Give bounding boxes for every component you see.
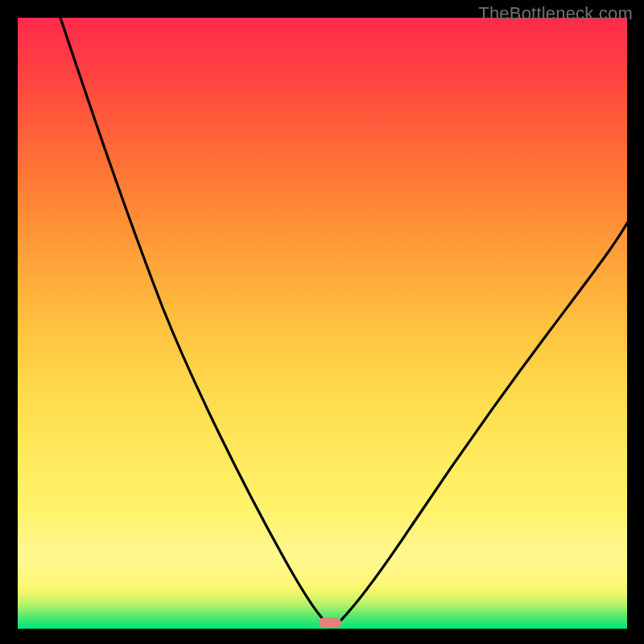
chart-frame: TheBottleneck.com [0, 0, 644, 644]
bottleneck-curve [18, 18, 627, 629]
optimal-marker [319, 617, 341, 628]
curve-left [60, 18, 325, 621]
watermark-label: TheBottleneck.com [478, 3, 633, 24]
curve-right [340, 223, 627, 621]
plot-area [18, 18, 627, 629]
